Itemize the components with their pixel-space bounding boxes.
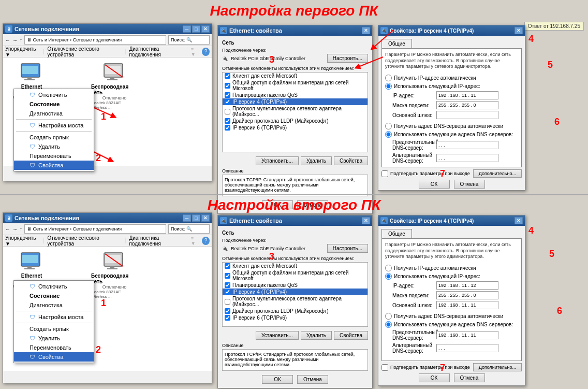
- organize-btn[interactable]: Упорядочить ▼: [5, 46, 40, 57]
- comp-item-pc2-2[interactable]: Планировщик пакетов QoS: [223, 282, 368, 289]
- ctx-bridge-pc2[interactable]: 🛡 Настройка моста: [14, 312, 94, 322]
- advanced-btn-pc2[interactable]: Дополнительно...: [473, 363, 522, 371]
- disable-device-btn-pc2[interactable]: Отключение сетевого устройства: [48, 235, 122, 247]
- general-tab-pc1[interactable]: Общие: [381, 39, 412, 49]
- back-btn[interactable]: ←: [5, 37, 10, 43]
- ip-description-pc1: Параметры IP можно назначить автоматичес…: [385, 52, 518, 70]
- install-btn-pc2[interactable]: Установить...: [256, 331, 299, 340]
- ip-props-close-pc1[interactable]: ✕: [514, 27, 523, 34]
- ctx-properties[interactable]: 🛡 Свойства: [14, 161, 94, 170]
- context-menu-pc2: 🛡 Отключить Состояние Диагностика 🛡 Наст…: [13, 280, 94, 363]
- help-btn[interactable]: ?: [202, 48, 210, 56]
- help-btn-pc2[interactable]: ?: [202, 237, 210, 245]
- ctx-delete-pc2[interactable]: 🛡 Удалить: [14, 334, 94, 343]
- ctx-rename[interactable]: Переименовать: [14, 151, 94, 161]
- ctx-rename-pc2[interactable]: Переименовать: [14, 343, 94, 352]
- gateway-value-pc1[interactable]: [436, 111, 498, 119]
- eth-properties-btn[interactable]: Свойства: [334, 156, 368, 165]
- up-btn-pc2[interactable]: ↑: [20, 226, 22, 232]
- remove-btn-pc2[interactable]: Удалить: [301, 331, 332, 340]
- search-box[interactable]: Поиск: 🔍: [168, 35, 210, 45]
- comp-item-pc2-6[interactable]: IP версии 6 (TCP/IPv6): [223, 314, 368, 321]
- search-box-pc2[interactable]: Поиск: 🔍: [168, 224, 210, 234]
- maximize-btn-pc2[interactable]: □: [192, 214, 200, 222]
- comp-item-pc2-3[interactable]: IP версии 4 (TCP/IPv4): [223, 289, 368, 295]
- radio-auto-dns-row-pc2[interactable]: Получить адрес DNS-сервера автоматически: [385, 313, 518, 320]
- configure-btn-pc2[interactable]: Настроить...: [327, 244, 368, 253]
- comp-item-4[interactable]: Протокол мультиплексора сетевого адаптер…: [223, 105, 368, 118]
- forward-btn-pc2[interactable]: →: [12, 226, 18, 232]
- radio-auto-dns-row-pc1[interactable]: Получить адрес DNS-сервера автоматически: [385, 123, 518, 129]
- close-btn[interactable]: ✕: [201, 25, 210, 33]
- general-tab-pc2[interactable]: Общие: [381, 229, 412, 239]
- eth-props-close[interactable]: ✕: [362, 27, 370, 34]
- diagnose-btn[interactable]: Диагностика подключения: [129, 46, 187, 57]
- ip-ok-btn-pc1[interactable]: ОК: [419, 180, 450, 189]
- comp-item-6[interactable]: IP версии 6 (TCP/IPv6): [223, 124, 368, 131]
- radio-auto-ip-row-pc1[interactable]: Получить IP-адрес автоматически: [385, 75, 518, 81]
- ctx-disable[interactable]: 🛡 Отключить: [14, 90, 94, 99]
- ctx-diagnose-pc2[interactable]: Диагностика: [14, 300, 94, 310]
- comp-item-pc2-1[interactable]: Общий доступ к файлам и принтерам для се…: [223, 269, 368, 282]
- install-btn[interactable]: Установить...: [256, 156, 299, 165]
- close-btn-pc2[interactable]: ✕: [201, 214, 210, 222]
- ctx-status-pc2[interactable]: Состояние: [14, 291, 94, 300]
- subnet-value-pc1[interactable]: 255 . 255 . 255 . 0: [436, 101, 498, 109]
- ctx-status[interactable]: Состояние: [14, 99, 94, 109]
- maximize-btn[interactable]: □: [192, 25, 200, 33]
- components-listbox-pc2: Клиент для сетей Microsoft Общий доступ …: [222, 262, 368, 327]
- comp-item-pc2-5[interactable]: Драйвер протокола LLDP (Майкрософт): [223, 308, 368, 314]
- comp-item-2[interactable]: Планировщик пакетов QoS: [223, 92, 368, 98]
- preferred-dns-value-pc1[interactable]: . . .: [436, 141, 498, 149]
- eth-props-close-pc2[interactable]: ✕: [362, 217, 370, 224]
- ctx-bridge[interactable]: 🛡 Настройка моста: [14, 121, 94, 130]
- ctx-shortcut-pc2[interactable]: Создать ярлык: [14, 324, 94, 334]
- advanced-btn-pc1[interactable]: Дополнительно...: [473, 169, 522, 178]
- validate-cb-pc2[interactable]: [381, 364, 388, 371]
- preferred-dns-value-pc2[interactable]: 192 . 168 . 11 . 11: [436, 331, 498, 339]
- comp-item-0[interactable]: Клиент для сетей Microsoft: [223, 73, 368, 79]
- radio-manual-ip-row-pc2[interactable]: Использовать следующий IP-адрес:: [385, 273, 518, 280]
- ctx-delete[interactable]: 🛡 Удалить: [14, 142, 94, 151]
- comp-item-pc2-0[interactable]: Клиент для сетей Microsoft: [223, 263, 368, 269]
- ip-cancel-btn-pc1[interactable]: Отмена: [454, 180, 485, 189]
- eth-properties-btn-pc2[interactable]: Свойства: [334, 331, 368, 340]
- eth-ok-btn-pc2[interactable]: ОК: [262, 375, 293, 384]
- wireless-item-pc1[interactable]: Беспроводная сеть Отключено Realtek 8821…: [91, 63, 138, 161]
- radio-manual-ip-row-pc1[interactable]: Использовать следующий IP-адрес:: [385, 83, 518, 90]
- ip-ok-btn-pc2[interactable]: ОК: [419, 373, 450, 382]
- disable-device-btn[interactable]: Отключение сетевого устройства: [48, 46, 122, 57]
- alternate-dns-value-pc1[interactable]: . . .: [436, 154, 498, 162]
- forward-btn[interactable]: →: [12, 37, 18, 43]
- radio-manual-dns-row-pc1[interactable]: Использовать следующие адреса DNS-сервер…: [385, 131, 518, 138]
- back-btn-pc2[interactable]: ←: [5, 226, 10, 232]
- radio-auto-ip-row-pc2[interactable]: Получить IP-адрес автоматически: [385, 265, 518, 271]
- comp-item-5[interactable]: Драйвер протокола LLDP (Майкрософт): [223, 118, 368, 124]
- ip-address-value-pc1[interactable]: 192 . 168 . 11 . 11: [436, 91, 498, 99]
- content-area-pc1: Ethernet Ku-Ku Realtek PCIe Family Беспр…: [3, 57, 212, 166]
- remove-btn[interactable]: Удалить: [301, 156, 332, 165]
- configure-btn[interactable]: Настроить...: [327, 54, 368, 63]
- comp-item-3[interactable]: IP версии 4 (TCP/IPv4): [223, 98, 368, 105]
- eth-cancel-btn-pc2[interactable]: Отмена: [297, 375, 328, 384]
- organize-btn-pc2[interactable]: Упорядочить ▼: [5, 235, 40, 247]
- diagnose-btn-pc2[interactable]: Диагностика подключения: [129, 235, 187, 247]
- alternate-dns-value-pc2[interactable]: . . .: [436, 344, 498, 352]
- comp-item-1[interactable]: Общий доступ к файлам и принтерам для се…: [223, 79, 368, 92]
- ctx-diagnose[interactable]: Диагностика: [14, 109, 94, 118]
- ip-cancel-btn-pc2[interactable]: Отмена: [454, 373, 485, 382]
- radio-manual-dns-row-pc2[interactable]: Использовать следующие адреса DNS-сервер…: [385, 321, 518, 328]
- comp-item-pc2-4[interactable]: Протокол мультиплексора сетевого адаптер…: [223, 295, 368, 308]
- ctx-disable-pc2[interactable]: 🛡 Отключить: [14, 282, 94, 291]
- ctx-shortcut[interactable]: Создать ярлык: [14, 133, 94, 142]
- ip-props-close-pc2b[interactable]: ✕: [514, 217, 523, 224]
- ip-address-value-pc2[interactable]: 192 . 168 . 11 . 12: [436, 281, 498, 290]
- minimize-btn-pc2[interactable]: ─: [183, 214, 191, 222]
- step3-label-pc1: 3: [269, 54, 274, 65]
- gateway-value-pc2[interactable]: 192 . 168 . 11 . 11: [436, 301, 498, 309]
- minimize-btn[interactable]: ─: [183, 25, 191, 33]
- ctx-properties-pc2[interactable]: 🛡 Свойства: [14, 352, 94, 362]
- validate-cb-pc1[interactable]: [381, 170, 388, 177]
- subnet-value-pc2[interactable]: 255 . 255 . 255 . 0: [436, 291, 498, 299]
- up-btn[interactable]: ↑: [20, 37, 22, 43]
